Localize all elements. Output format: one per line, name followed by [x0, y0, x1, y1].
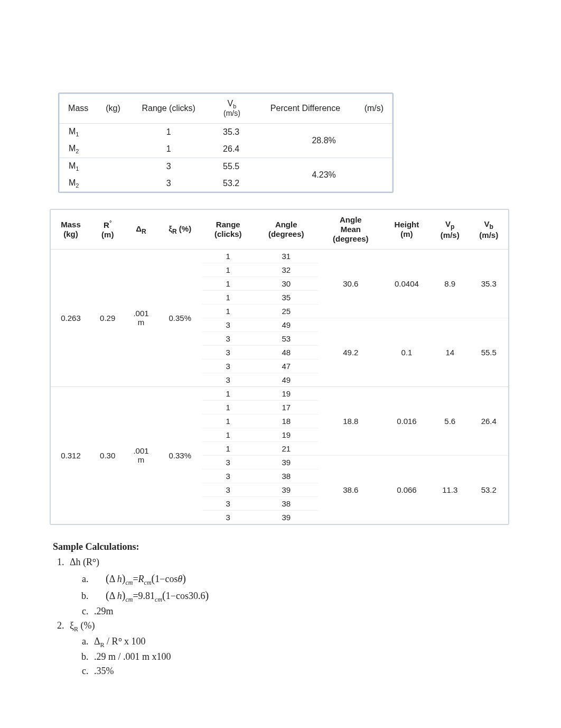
mass-cell: M2	[59, 141, 129, 158]
range-cell: 3	[129, 175, 209, 192]
table-row: 0.2630.29.001m0.35%13130.60.04048.935.3	[51, 250, 508, 263]
col-xi: ξR (%)	[158, 210, 202, 250]
col-kg: (kg)	[97, 94, 128, 123]
vp-cell: 14	[431, 318, 469, 387]
vb-cell: 35.3	[469, 250, 508, 318]
range-cell: 1	[202, 401, 254, 414]
vb-unit: (m/s)	[214, 109, 250, 117]
col-angle-mean: AngleMean(degrees)	[319, 210, 383, 250]
vb-cell: 53.2	[209, 175, 256, 192]
range-cell: 1	[202, 291, 254, 305]
delta-cell: .001m	[124, 387, 157, 524]
data-table-body: 0.2630.29.001m0.35%13130.60.04048.935.31…	[51, 250, 508, 524]
angle-cell: 39	[254, 456, 319, 469]
vb-cell: 26.4	[209, 141, 256, 158]
angle-mean-cell: 38.6	[319, 456, 383, 524]
range-cell: 3	[202, 373, 254, 387]
col-vp: Vp(m/s)	[431, 210, 469, 250]
angle-cell: 19	[254, 428, 319, 442]
document-page: Mass (kg) Range (clicks) Vb (m/s) Percen…	[0, 0, 561, 728]
col-mass: Mass(kg)	[51, 210, 91, 250]
pd-cell: 4.23%	[255, 158, 392, 192]
mass-sub: 2	[76, 182, 79, 189]
angle-cell: 53	[254, 332, 319, 346]
angle-cell: 48	[254, 346, 319, 360]
height-cell: 0.0404	[383, 250, 431, 318]
col-vb: Vb (m/s)	[209, 94, 256, 123]
range-cell: 3	[202, 511, 254, 524]
col-height: Height(m)	[383, 210, 431, 250]
range-cell: 3	[202, 318, 254, 332]
angle-cell: 35	[254, 291, 319, 305]
mass-sub: 1	[76, 131, 79, 137]
col-pd: Percent Difference	[255, 94, 355, 123]
mass-main: M	[69, 127, 76, 136]
calc-2a: ΔR / Rᵒ x 100	[91, 634, 508, 650]
calc-1a: (Δ h)cm=Rcm(1−cosθ)	[91, 570, 508, 587]
formula-1a: (Δ h)cm=Rcm(1−cosθ)	[94, 570, 186, 587]
vb-cell: 55.5	[209, 158, 256, 176]
delta-cell: .001m	[124, 250, 157, 387]
calcs-list: Δh (Rᵒ) (Δ h)cm=Rcm(1−cosθ) (Δ h)cm=9.81…	[53, 555, 508, 678]
vb-cell: 35.3	[209, 123, 256, 141]
angle-cell: 47	[254, 360, 319, 373]
angle-cell: 25	[254, 305, 319, 318]
vb-symbol: V	[228, 99, 233, 108]
range-cell: 3	[202, 346, 254, 360]
range-cell: 1	[202, 277, 254, 291]
range-cell: 1	[129, 141, 209, 158]
calc-2-label: ξR (%)	[70, 620, 95, 631]
col-ms: (m/s)	[356, 94, 392, 123]
angle-cell: 32	[254, 263, 319, 277]
calc-1-label: Δh (Rᵒ)	[70, 557, 99, 567]
table-header-row: Mass(kg) R°(m) ΔR ξR (%) Range(clicks)	[51, 210, 508, 250]
mass-main: M	[69, 144, 76, 153]
angle-cell: 31	[254, 250, 319, 263]
r-cell: 0.30	[91, 387, 124, 524]
col-r: R°(m)	[91, 210, 124, 250]
mass-cell: 0.263	[51, 250, 91, 387]
table-row: 0.3120.30.001m0.33%11918.80.0165.626.4	[51, 387, 508, 401]
range-cell: 1	[202, 263, 254, 277]
r-cell: 0.29	[91, 250, 124, 387]
height-cell: 0.066	[383, 456, 431, 524]
data-table: Mass(kg) R°(m) ΔR ξR (%) Range(clicks)	[51, 210, 508, 524]
range-cell: 3	[202, 456, 254, 469]
range-cell: 3	[202, 360, 254, 373]
range-cell: 1	[202, 250, 254, 263]
mass-cell: M1	[59, 158, 129, 176]
angle-cell: 38	[254, 497, 319, 511]
angle-cell: 39	[254, 511, 319, 524]
calc-2c: .35%	[91, 664, 508, 678]
table-row: M1 1 35.3 28.8%	[59, 123, 392, 141]
calc-2-sublist: ΔR / Rᵒ x 100 .29 m / .001 m x100 .35%	[70, 634, 508, 678]
col-range: Range(clicks)	[202, 210, 254, 250]
mass-main: M	[69, 178, 76, 187]
angle-cell: 49	[254, 373, 319, 387]
calc-item-2: ξR (%) ΔR / Rᵒ x 100 .29 m / .001 m x100…	[67, 619, 508, 678]
mass-sub: 1	[76, 165, 79, 172]
angle-cell: 17	[254, 401, 319, 414]
angle-cell: 49	[254, 318, 319, 332]
range-cell: 3	[129, 158, 209, 176]
angle-cell: 30	[254, 277, 319, 291]
col-delta: ΔR	[124, 210, 157, 250]
angle-cell: 38	[254, 469, 319, 483]
angle-cell: 18	[254, 414, 319, 428]
table-row: M1 3 55.5 4.23%	[59, 158, 392, 176]
range-cell: 1	[202, 442, 254, 456]
formula-1b: (Δ h)cm=9.81cm(1−cos30.6)	[94, 587, 209, 604]
xi-cell: 0.33%	[158, 387, 202, 524]
mass-main: M	[69, 161, 76, 170]
range-cell: 3	[202, 332, 254, 346]
calc-1-sublist: (Δ h)cm=Rcm(1−cosθ) (Δ h)cm=9.81cm(1−cos…	[70, 570, 508, 618]
range-cell: 1	[202, 387, 254, 401]
vp-cell: 8.9	[431, 250, 469, 318]
vb-cell: 53.2	[469, 456, 508, 524]
summary-table: Mass (kg) Range (clicks) Vb (m/s) Percen…	[59, 94, 392, 192]
pd-cell: 28.8%	[255, 123, 392, 158]
calc-item-1: Δh (Rᵒ) (Δ h)cm=Rcm(1−cosθ) (Δ h)cm=9.81…	[67, 555, 508, 618]
height-cell: 0.016	[383, 387, 431, 456]
vb-cell: 26.4	[469, 387, 508, 456]
summary-table-container: Mass (kg) Range (clicks) Vb (m/s) Percen…	[58, 93, 394, 193]
